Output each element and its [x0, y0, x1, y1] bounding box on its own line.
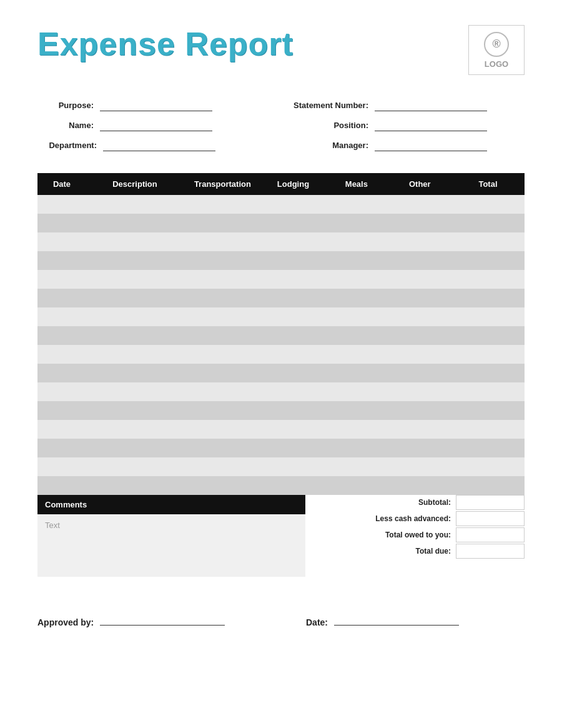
- table-cell[interactable]: [451, 420, 525, 439]
- table-cell[interactable]: [388, 289, 451, 307]
- table-cell[interactable]: [86, 439, 184, 457]
- table-cell[interactable]: [86, 382, 184, 401]
- table-cell[interactable]: [184, 439, 262, 457]
- table-cell[interactable]: [388, 214, 451, 232]
- table-cell[interactable]: [325, 401, 388, 420]
- table-cell[interactable]: [325, 232, 388, 251]
- table-cell[interactable]: [388, 439, 451, 457]
- table-cell[interactable]: [86, 214, 184, 232]
- less-cash-box[interactable]: [456, 511, 525, 526]
- table-cell[interactable]: [451, 251, 525, 270]
- table-cell[interactable]: [262, 195, 325, 214]
- table-cell[interactable]: [262, 476, 325, 495]
- table-cell[interactable]: [86, 364, 184, 382]
- table-cell[interactable]: [37, 289, 86, 307]
- table-row[interactable]: [37, 439, 525, 457]
- table-row[interactable]: [37, 401, 525, 420]
- table-cell[interactable]: [86, 251, 184, 270]
- table-cell[interactable]: [388, 270, 451, 289]
- table-cell[interactable]: [184, 326, 262, 345]
- table-cell[interactable]: [86, 345, 184, 364]
- table-cell[interactable]: [184, 251, 262, 270]
- table-cell[interactable]: [184, 232, 262, 251]
- table-cell[interactable]: [184, 364, 262, 382]
- table-cell[interactable]: [184, 476, 262, 495]
- table-cell[interactable]: [451, 345, 525, 364]
- table-row[interactable]: [37, 382, 525, 401]
- total-owed-box[interactable]: [456, 527, 525, 542]
- table-cell[interactable]: [451, 439, 525, 457]
- table-cell[interactable]: [325, 251, 388, 270]
- table-cell[interactable]: [388, 345, 451, 364]
- table-cell[interactable]: [262, 382, 325, 401]
- table-row[interactable]: [37, 307, 525, 326]
- table-cell[interactable]: [262, 232, 325, 251]
- table-cell[interactable]: [86, 457, 184, 476]
- table-row[interactable]: [37, 251, 525, 270]
- table-cell[interactable]: [325, 476, 388, 495]
- table-cell[interactable]: [86, 420, 184, 439]
- table-cell[interactable]: [325, 289, 388, 307]
- table-cell[interactable]: [262, 364, 325, 382]
- table-cell[interactable]: [262, 251, 325, 270]
- table-cell[interactable]: [37, 401, 86, 420]
- table-cell[interactable]: [451, 214, 525, 232]
- table-cell[interactable]: [184, 420, 262, 439]
- table-cell[interactable]: [325, 195, 388, 214]
- table-cell[interactable]: [184, 307, 262, 326]
- table-row[interactable]: [37, 326, 525, 345]
- table-cell[interactable]: [37, 345, 86, 364]
- table-cell[interactable]: [262, 345, 325, 364]
- table-cell[interactable]: [451, 364, 525, 382]
- table-cell[interactable]: [325, 439, 388, 457]
- table-cell[interactable]: [262, 420, 325, 439]
- table-cell[interactable]: [37, 457, 86, 476]
- table-row[interactable]: [37, 232, 525, 251]
- table-cell[interactable]: [388, 382, 451, 401]
- table-cell[interactable]: [451, 326, 525, 345]
- table-cell[interactable]: [37, 476, 86, 495]
- table-cell[interactable]: [184, 195, 262, 214]
- table-cell[interactable]: [262, 457, 325, 476]
- table-cell[interactable]: [37, 214, 86, 232]
- table-cell[interactable]: [184, 457, 262, 476]
- table-cell[interactable]: [325, 326, 388, 345]
- table-row[interactable]: [37, 195, 525, 214]
- table-cell[interactable]: [325, 420, 388, 439]
- table-cell[interactable]: [37, 439, 86, 457]
- table-cell[interactable]: [451, 232, 525, 251]
- manager-input[interactable]: [375, 140, 487, 151]
- table-row[interactable]: [37, 345, 525, 364]
- table-cell[interactable]: [388, 401, 451, 420]
- table-cell[interactable]: [451, 476, 525, 495]
- table-cell[interactable]: [184, 401, 262, 420]
- table-cell[interactable]: [262, 289, 325, 307]
- table-cell[interactable]: [325, 270, 388, 289]
- table-cell[interactable]: [388, 251, 451, 270]
- table-cell[interactable]: [184, 345, 262, 364]
- table-cell[interactable]: [86, 307, 184, 326]
- table-row[interactable]: [37, 420, 525, 439]
- table-cell[interactable]: [325, 457, 388, 476]
- table-row[interactable]: [37, 289, 525, 307]
- table-cell[interactable]: [37, 420, 86, 439]
- table-cell[interactable]: [325, 307, 388, 326]
- table-row[interactable]: [37, 364, 525, 382]
- purpose-input[interactable]: [100, 100, 212, 111]
- table-cell[interactable]: [388, 364, 451, 382]
- subtotal-box[interactable]: [456, 495, 525, 510]
- table-cell[interactable]: [388, 326, 451, 345]
- table-cell[interactable]: [388, 232, 451, 251]
- table-cell[interactable]: [262, 326, 325, 345]
- table-cell[interactable]: [86, 326, 184, 345]
- table-cell[interactable]: [262, 401, 325, 420]
- table-cell[interactable]: [86, 401, 184, 420]
- table-cell[interactable]: [451, 307, 525, 326]
- table-cell[interactable]: [184, 270, 262, 289]
- table-cell[interactable]: [86, 270, 184, 289]
- table-cell[interactable]: [37, 326, 86, 345]
- table-cell[interactable]: [86, 476, 184, 495]
- table-cell[interactable]: [262, 307, 325, 326]
- table-cell[interactable]: [262, 214, 325, 232]
- table-cell[interactable]: [451, 195, 525, 214]
